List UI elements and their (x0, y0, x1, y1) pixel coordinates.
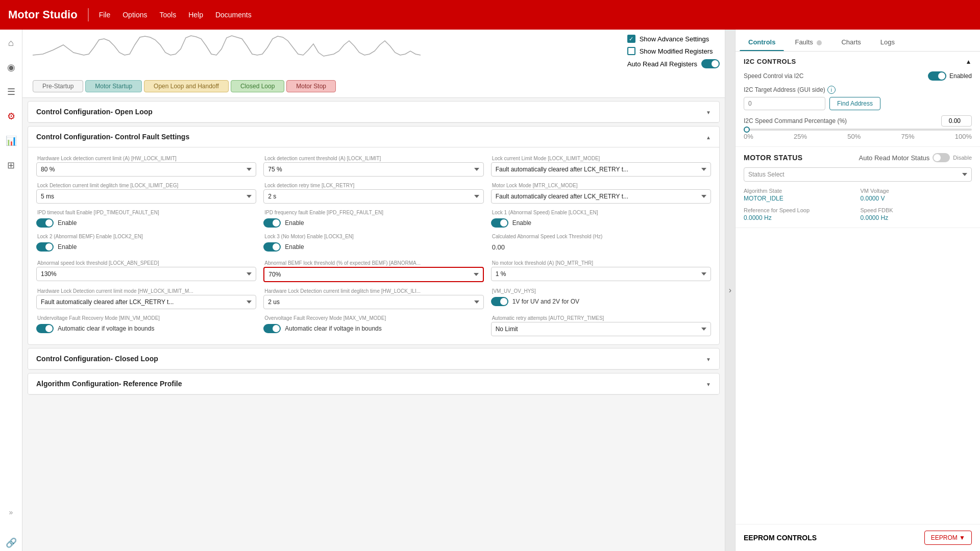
field-lock-abn-bemf-select[interactable]: 70% (263, 267, 483, 282)
section-fault-settings-header[interactable]: Control Configuration- Control Fault Set… (28, 127, 719, 147)
field-lock1-en-label: Lock 1 (Abnormal Speed) Enable [LOCK1_EN… (491, 210, 711, 215)
speed-control-label: Speed Control via I2C (744, 72, 803, 80)
stage-tab-motorstartup[interactable]: Motor Startup (85, 80, 142, 92)
field-mtr-lck-mode-label: Motor Lock Mode [MTR_LCK_MODE] (491, 183, 711, 188)
section-fault-settings-content: Hardware Lock detection current limit (A… (28, 147, 719, 344)
i2c-collapse-icon[interactable]: ▲ (966, 58, 972, 65)
speed-mark-100: 100% (955, 133, 972, 140)
max-vm-mode-toggle[interactable] (263, 324, 281, 333)
right-panel: Controls Faults Charts Logs I2C CONTROLS… (735, 30, 980, 551)
motor-status-title: MOTOR STATUS (744, 154, 803, 162)
nav-documents[interactable]: Documents (215, 11, 252, 19)
sidebar-link-icon[interactable]: 🔗 (3, 535, 19, 551)
speed-slider-track[interactable] (744, 129, 972, 131)
ipd-timeout-toggle[interactable] (36, 218, 54, 228)
rpanel-tab-charts[interactable]: Charts (832, 34, 869, 51)
auto-read-toggle[interactable] (933, 153, 950, 162)
rpanel-tab-logs[interactable]: Logs (872, 34, 903, 51)
find-address-button[interactable]: Find Address (829, 97, 880, 110)
show-modified-registers-row: Show Modified Registers (627, 47, 720, 55)
stage-tab-prestartup[interactable]: Pre-Startup (33, 80, 83, 92)
sidebar-chart-icon[interactable]: 📊 (3, 133, 19, 149)
stage-tab-openloop[interactable]: Open Loop and Handoff (144, 80, 229, 92)
sidebar-grid-icon[interactable]: ⊞ (3, 157, 19, 173)
speed-marks: 0% 25% 50% 75% 100% (744, 133, 972, 140)
sidebar-collapse-btn[interactable]: » (9, 508, 13, 516)
status-select[interactable]: Status Select (744, 167, 972, 182)
sidebar-sliders-icon[interactable]: ☰ (3, 84, 19, 100)
field-lock-abn-bemf-label: Abnormal BEMF lock threshold (% of expec… (263, 260, 483, 266)
field-hw-lock-ilimit-m-select[interactable]: Fault automatically cleared after LCK_RE… (36, 295, 256, 309)
sidebar-globe-icon[interactable]: ◉ (3, 59, 19, 76)
lock3-en-toggle[interactable] (263, 242, 281, 252)
panel-collapse-btn[interactable]: › (725, 30, 735, 551)
field-lock-ilimit-select[interactable]: 75 % (263, 162, 483, 177)
field-lock-ilimit-deg-select[interactable]: 5 ms (36, 189, 256, 204)
content-area: Pre-Startup Motor Startup Open Loop and … (22, 30, 725, 551)
show-modified-registers-checkbox[interactable] (627, 47, 635, 55)
nav-file[interactable]: File (99, 11, 111, 19)
auto-read-label: Auto Read Motor Status (859, 154, 930, 162)
field-lck-retry-select[interactable]: 2 s (263, 189, 483, 204)
section-reference-profile: Algorithm Configuration- Reference Profi… (28, 373, 720, 395)
sidebar-gear-icon[interactable]: ⚙ (3, 108, 19, 124)
nav-options[interactable]: Options (122, 11, 147, 19)
reference-speed-label: Reference for Speed Loop (744, 207, 855, 213)
field-lock-ilimit-mode-label: Lock current Limit Mode [LOCK_ILIMIT_MOD… (491, 156, 711, 161)
app-title: Motor Studio (8, 8, 89, 21)
min-vm-mode-toggle[interactable] (36, 324, 54, 333)
field-no-mtr-thr-select[interactable]: 1 % (491, 267, 711, 281)
i2c-address-info-icon[interactable]: i (827, 86, 836, 94)
lock3-en-toggle-row: Enable (263, 242, 483, 252)
sidebar-icons: ⌂ ◉ ☰ ⚙ 📊 ⊞ » 🔗 (0, 30, 22, 551)
speed-mark-50: 50% (847, 133, 861, 140)
speed-command-section: I2C Speed Command Percentage (%) 0% 25% … (744, 115, 972, 140)
auto-read-registers-toggle[interactable] (701, 59, 720, 68)
field-lock3-en-label: Lock 3 (No Motor) Enable [LOCK3_EN] (263, 234, 483, 239)
show-advance-settings-row: ✓ Show Advance Settings (627, 35, 720, 43)
section-open-loop-header[interactable]: Control Configuration- Open Loop (28, 102, 719, 122)
i2c-address-input-row: Find Address (744, 97, 972, 110)
stage-tab-closedloop[interactable]: Closed Loop (231, 80, 284, 92)
field-auto-retry-times-select[interactable]: No Limit (491, 322, 711, 336)
vm-voltage-value: 0.0000 V (861, 195, 972, 202)
section-reference-profile-header[interactable]: Algorithm Configuration- Reference Profi… (28, 373, 719, 394)
rpanel-tab-faults[interactable]: Faults (786, 34, 830, 51)
stage-tab-motorstop[interactable]: Motor Stop (286, 80, 336, 92)
field-hw-lock-ilimit-label: Hardware Lock detection current limit (A… (36, 156, 256, 161)
max-vm-mode-toggle-label: Automatic clear if voltage in bounds (285, 325, 381, 332)
rpanel-motor-status-section: MOTOR STATUS Auto Read Motor Status Disa… (736, 147, 980, 228)
auto-read-registers-label: Auto Read All Registers (627, 60, 697, 68)
reference-speed-item: Reference for Speed Loop 0.0000 Hz (744, 207, 855, 221)
field-mtr-lck-mode-select[interactable]: Fault automatically cleared after LCK_RE… (491, 189, 711, 204)
field-hw-lock-ilimit-select[interactable]: 80 % (36, 162, 256, 177)
field-lock-abn-speed-label: Abnormal speed lock threshold [LOCK_ABN_… (36, 260, 256, 266)
fault-row-7: Undervoltage Fault Recovery Mode [MIN_VM… (36, 315, 711, 336)
speed-pct-input[interactable] (941, 115, 972, 127)
speed-control-toggle[interactable] (928, 71, 946, 81)
lock1-en-toggle[interactable] (491, 218, 508, 228)
main-scroll[interactable]: Control Configuration- Open Loop Control… (22, 98, 725, 551)
show-advance-settings-checkbox[interactable]: ✓ (627, 35, 635, 43)
field-hw-lock-ili-select[interactable]: 2 us (263, 295, 483, 309)
field-lock-abn-speed-select[interactable]: 130% (36, 267, 256, 281)
motor-status-header: MOTOR STATUS Auto Read Motor Status Disa… (744, 153, 972, 162)
show-modified-registers-label: Show Modified Registers (640, 47, 713, 55)
field-lock-ilimit-mode-select[interactable]: Fault automatically cleared after LCK_RE… (491, 162, 711, 177)
lock2-en-toggle[interactable] (36, 242, 54, 252)
speed-slider-thumb (744, 127, 750, 133)
vm-uv-ov-hys-toggle[interactable] (491, 297, 508, 306)
nav-help[interactable]: Help (188, 11, 203, 19)
ipd-freq-toggle[interactable] (263, 218, 281, 228)
ipd-timeout-toggle-label: Enable (58, 219, 77, 227)
field-lock2-en-label: Lock 2 (Abnormal BEMF) Enable [LOCK2_EN] (36, 234, 256, 239)
eeprom-button[interactable]: EEPROM ▼ (924, 531, 972, 545)
status-select-container: Status Select (744, 167, 972, 188)
nav-tools[interactable]: Tools (159, 11, 176, 19)
sidebar-home-icon[interactable]: ⌂ (3, 35, 19, 51)
rpanel-tab-controls[interactable]: Controls (740, 34, 784, 51)
min-vm-mode-toggle-row: Automatic clear if voltage in bounds (36, 324, 256, 333)
field-vm-uv-ov-hys-label: [VM_UV_OV_HYS] (491, 288, 711, 294)
section-closed-loop-header[interactable]: Control Configuration- Closed Loop (28, 348, 719, 369)
i2c-address-input[interactable] (744, 97, 825, 110)
